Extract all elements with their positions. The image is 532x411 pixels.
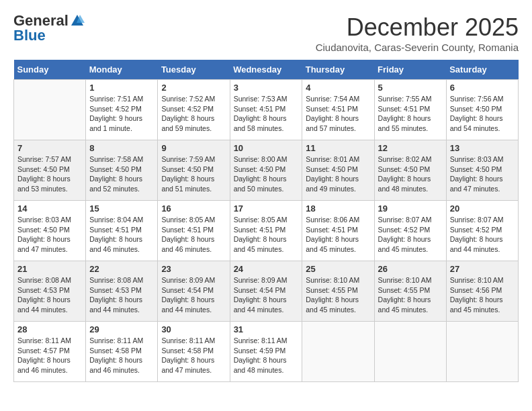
logo-icon	[70, 13, 85, 28]
day-info: Sunrise: 8:08 AMSunset: 4:53 PMDaylight:…	[89, 275, 154, 315]
calendar-cell	[374, 322, 446, 382]
calendar-cell: 23Sunrise: 8:09 AMSunset: 4:54 PMDayligh…	[158, 261, 230, 322]
day-number: 2	[161, 83, 226, 93]
day-info: Sunrise: 7:55 AMSunset: 4:51 PMDaylight:…	[378, 94, 443, 134]
calendar-cell: 8Sunrise: 7:58 AMSunset: 4:50 PMDaylight…	[86, 140, 158, 201]
logo: General Blue	[13, 13, 85, 43]
calendar-cell: 21Sunrise: 8:08 AMSunset: 4:53 PMDayligh…	[14, 261, 86, 322]
calendar-cell: 17Sunrise: 8:05 AMSunset: 4:51 PMDayligh…	[230, 201, 302, 261]
calendar-cell: 12Sunrise: 8:02 AMSunset: 4:50 PMDayligh…	[374, 140, 446, 201]
calendar-week-row: 7Sunrise: 7:57 AMSunset: 4:50 PMDaylight…	[14, 140, 519, 201]
calendar-cell	[446, 322, 518, 382]
day-info: Sunrise: 8:05 AMSunset: 4:51 PMDaylight:…	[234, 215, 299, 255]
header: General Blue December 2025 Ciudanovita, …	[13, 13, 519, 53]
header-friday: Friday	[374, 60, 446, 80]
calendar-cell: 27Sunrise: 8:10 AMSunset: 4:56 PMDayligh…	[446, 261, 518, 322]
day-info: Sunrise: 8:03 AMSunset: 4:50 PMDaylight:…	[17, 215, 82, 255]
day-number: 13	[450, 143, 515, 153]
day-number: 1	[89, 83, 154, 93]
calendar-cell: 25Sunrise: 8:10 AMSunset: 4:55 PMDayligh…	[302, 261, 374, 322]
day-number: 27	[450, 264, 515, 274]
day-number: 31	[234, 324, 299, 334]
day-info: Sunrise: 8:11 AMSunset: 4:58 PMDaylight:…	[161, 336, 226, 375]
day-info: Sunrise: 8:11 AMSunset: 4:59 PMDaylight:…	[234, 336, 299, 375]
day-info: Sunrise: 8:06 AMSunset: 4:51 PMDaylight:…	[306, 215, 370, 255]
day-info: Sunrise: 8:07 AMSunset: 4:52 PMDaylight:…	[378, 215, 443, 255]
calendar-header-row: SundayMondayTuesdayWednesdayThursdayFrid…	[14, 60, 519, 80]
calendar-cell: 15Sunrise: 8:04 AMSunset: 4:51 PMDayligh…	[86, 201, 158, 261]
day-number: 19	[378, 203, 443, 214]
day-info: Sunrise: 8:04 AMSunset: 4:51 PMDaylight:…	[89, 215, 154, 255]
calendar-table: SundayMondayTuesdayWednesdayThursdayFrid…	[13, 60, 519, 382]
calendar-cell: 22Sunrise: 8:08 AMSunset: 4:53 PMDayligh…	[86, 261, 158, 322]
day-info: Sunrise: 8:07 AMSunset: 4:52 PMDaylight:…	[450, 215, 515, 255]
calendar-cell: 30Sunrise: 8:11 AMSunset: 4:58 PMDayligh…	[158, 322, 230, 382]
calendar-cell: 13Sunrise: 8:03 AMSunset: 4:50 PMDayligh…	[446, 140, 518, 201]
day-number: 30	[161, 324, 226, 334]
logo-general-text: General	[13, 13, 69, 28]
day-number: 21	[17, 264, 82, 274]
day-number: 8	[89, 143, 154, 153]
calendar-week-row: 14Sunrise: 8:03 AMSunset: 4:50 PMDayligh…	[14, 201, 519, 261]
calendar-week-row: 28Sunrise: 8:11 AMSunset: 4:57 PMDayligh…	[14, 322, 519, 382]
logo-blue-text: Blue	[13, 28, 46, 43]
header-thursday: Thursday	[302, 60, 374, 80]
calendar-cell: 28Sunrise: 8:11 AMSunset: 4:57 PMDayligh…	[14, 322, 86, 382]
calendar-week-row: 1Sunrise: 7:51 AMSunset: 4:52 PMDaylight…	[14, 80, 519, 140]
day-number: 15	[89, 203, 154, 214]
calendar-cell: 1Sunrise: 7:51 AMSunset: 4:52 PMDaylight…	[86, 80, 158, 140]
day-info: Sunrise: 7:53 AMSunset: 4:51 PMDaylight:…	[234, 94, 299, 134]
day-info: Sunrise: 8:01 AMSunset: 4:50 PMDaylight:…	[306, 154, 370, 194]
calendar-cell: 6Sunrise: 7:56 AMSunset: 4:50 PMDaylight…	[446, 80, 518, 140]
day-info: Sunrise: 7:59 AMSunset: 4:50 PMDaylight:…	[161, 154, 226, 194]
day-info: Sunrise: 8:02 AMSunset: 4:50 PMDaylight:…	[378, 154, 443, 194]
month-title: December 2025	[316, 13, 519, 42]
calendar-cell: 10Sunrise: 8:00 AMSunset: 4:50 PMDayligh…	[230, 140, 302, 201]
day-info: Sunrise: 8:10 AMSunset: 4:56 PMDaylight:…	[450, 275, 515, 315]
day-info: Sunrise: 7:54 AMSunset: 4:51 PMDaylight:…	[306, 94, 370, 134]
calendar-cell: 3Sunrise: 7:53 AMSunset: 4:51 PMDaylight…	[230, 80, 302, 140]
header-sunday: Sunday	[14, 60, 86, 80]
day-number: 6	[450, 83, 515, 93]
day-number: 28	[17, 324, 82, 334]
day-number: 10	[234, 143, 299, 153]
day-number: 17	[234, 203, 299, 214]
header-monday: Monday	[86, 60, 158, 80]
calendar-cell: 5Sunrise: 7:55 AMSunset: 4:51 PMDaylight…	[374, 80, 446, 140]
day-number: 11	[306, 143, 370, 153]
day-info: Sunrise: 7:57 AMSunset: 4:50 PMDaylight:…	[17, 154, 82, 194]
day-number: 24	[234, 264, 299, 274]
calendar-cell: 16Sunrise: 8:05 AMSunset: 4:51 PMDayligh…	[158, 201, 230, 261]
calendar-cell: 31Sunrise: 8:11 AMSunset: 4:59 PMDayligh…	[230, 322, 302, 382]
day-info: Sunrise: 7:51 AMSunset: 4:52 PMDaylight:…	[89, 94, 154, 134]
day-info: Sunrise: 7:52 AMSunset: 4:52 PMDaylight:…	[161, 94, 226, 134]
day-number: 23	[161, 264, 226, 274]
day-number: 25	[306, 264, 370, 274]
calendar-cell: 7Sunrise: 7:57 AMSunset: 4:50 PMDaylight…	[14, 140, 86, 201]
calendar-week-row: 21Sunrise: 8:08 AMSunset: 4:53 PMDayligh…	[14, 261, 519, 322]
calendar-cell	[302, 322, 374, 382]
day-number: 26	[378, 264, 443, 274]
day-number: 4	[306, 83, 370, 93]
day-number: 7	[17, 143, 82, 153]
header-tuesday: Tuesday	[158, 60, 230, 80]
day-info: Sunrise: 8:08 AMSunset: 4:53 PMDaylight:…	[17, 275, 82, 315]
day-info: Sunrise: 8:00 AMSunset: 4:50 PMDaylight:…	[234, 154, 299, 194]
calendar-cell: 11Sunrise: 8:01 AMSunset: 4:50 PMDayligh…	[302, 140, 374, 201]
day-info: Sunrise: 8:10 AMSunset: 4:55 PMDaylight:…	[378, 275, 443, 315]
day-info: Sunrise: 8:03 AMSunset: 4:50 PMDaylight:…	[450, 154, 515, 194]
day-info: Sunrise: 8:09 AMSunset: 4:54 PMDaylight:…	[161, 275, 226, 315]
day-info: Sunrise: 7:58 AMSunset: 4:50 PMDaylight:…	[89, 154, 154, 194]
calendar-cell: 19Sunrise: 8:07 AMSunset: 4:52 PMDayligh…	[374, 201, 446, 261]
calendar-cell: 18Sunrise: 8:06 AMSunset: 4:51 PMDayligh…	[302, 201, 374, 261]
day-info: Sunrise: 8:10 AMSunset: 4:55 PMDaylight:…	[306, 275, 370, 315]
day-number: 3	[234, 83, 299, 93]
day-number: 16	[161, 203, 226, 214]
day-number: 5	[378, 83, 443, 93]
calendar-cell: 20Sunrise: 8:07 AMSunset: 4:52 PMDayligh…	[446, 201, 518, 261]
title-area: December 2025 Ciudanovita, Caras-Severin…	[316, 13, 519, 53]
location-title: Ciudanovita, Caras-Severin County, Roman…	[316, 42, 519, 53]
day-number: 9	[161, 143, 226, 153]
calendar-cell: 29Sunrise: 8:11 AMSunset: 4:58 PMDayligh…	[86, 322, 158, 382]
calendar-cell	[14, 80, 86, 140]
